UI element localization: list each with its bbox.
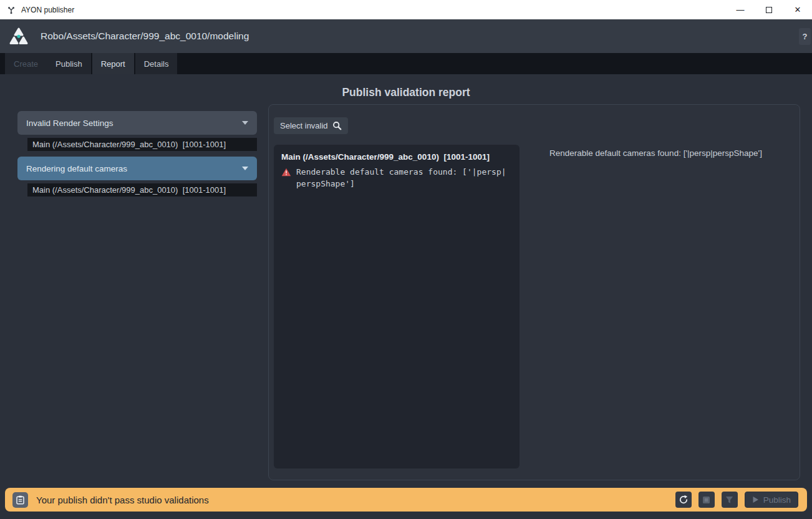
tab-report[interactable]: Report xyxy=(92,53,134,74)
play-icon xyxy=(752,496,759,503)
publish-button[interactable]: Publish xyxy=(745,492,798,508)
chevron-down-icon xyxy=(242,167,248,170)
stop-icon xyxy=(702,496,710,504)
instance-error-card-title: Main (/Assets/Character/999_abc_0010) [1… xyxy=(281,152,512,162)
context-breadcrumb: Robo/Assets/Character/999_abc_0010/model… xyxy=(41,31,249,42)
instance-error-card: Main (/Assets/Character/999_abc_0010) [1… xyxy=(274,145,520,468)
select-invalid-button[interactable]: Select invalid xyxy=(274,117,348,134)
report-details-button[interactable] xyxy=(12,492,28,508)
tab-bar: Create Publish Report Details xyxy=(0,53,812,74)
validation-banner: Your publish didn't pass studio validati… xyxy=(5,488,807,512)
error-group-header-rendering-default-cameras[interactable]: Rendering default cameras xyxy=(17,157,257,180)
header: Robo/Assets/Character/999_abc_0010/model… xyxy=(0,19,812,53)
publish-button-label: Publish xyxy=(763,495,791,505)
filter-button[interactable] xyxy=(722,492,738,508)
validation-message: Your publish didn't pass studio validati… xyxy=(36,495,209,505)
stop-button[interactable] xyxy=(698,492,715,508)
maximize-icon[interactable] xyxy=(755,0,783,19)
error-group: Rendering default cameras Main (/Assets/… xyxy=(17,157,257,196)
chevron-down-icon xyxy=(242,121,248,125)
ayon-mark-icon xyxy=(7,6,16,14)
tab-create[interactable]: Create xyxy=(5,53,47,74)
error-message-text: Renderable default cameras found: ['|per… xyxy=(296,167,508,190)
search-icon xyxy=(332,121,342,130)
window-title: AYON publisher xyxy=(21,6,74,14)
refresh-icon xyxy=(679,495,689,505)
filter-icon xyxy=(725,496,733,504)
refresh-button[interactable] xyxy=(675,492,692,508)
help-button[interactable]: ? xyxy=(799,28,811,45)
page-title: Publish validation report xyxy=(0,86,812,99)
error-group-header-invalid-render-settings[interactable]: Invalid Render Settings xyxy=(17,111,257,135)
validation-error-list: Invalid Render Settings Main (/Assets/Ch… xyxy=(17,111,257,196)
error-description-text: Renderable default cameras found: ['|per… xyxy=(549,148,762,158)
tab-details[interactable]: Details xyxy=(135,53,178,74)
error-instance-item[interactable]: Main (/Assets/Character/999_abc_0010) [1… xyxy=(27,138,257,151)
titlebar: AYON publisher — ✕ xyxy=(0,0,812,19)
select-invalid-label: Select invalid xyxy=(280,121,328,130)
minimize-icon[interactable]: — xyxy=(726,0,755,19)
ayon-logo-icon xyxy=(7,26,30,46)
error-instance-item[interactable]: Main (/Assets/Character/999_abc_0010) [1… xyxy=(27,183,257,196)
error-detail-panel: Select invalid Main (/Assets/Character/9… xyxy=(268,104,800,480)
error-group-label: Invalid Render Settings xyxy=(26,119,114,128)
warning-icon xyxy=(281,168,291,177)
tab-publish[interactable]: Publish xyxy=(47,53,91,74)
error-group-label: Rendering default cameras xyxy=(26,164,127,173)
error-group: Invalid Render Settings Main (/Assets/Ch… xyxy=(17,111,257,151)
close-icon[interactable]: ✕ xyxy=(783,0,812,19)
clipboard-icon xyxy=(16,495,24,505)
